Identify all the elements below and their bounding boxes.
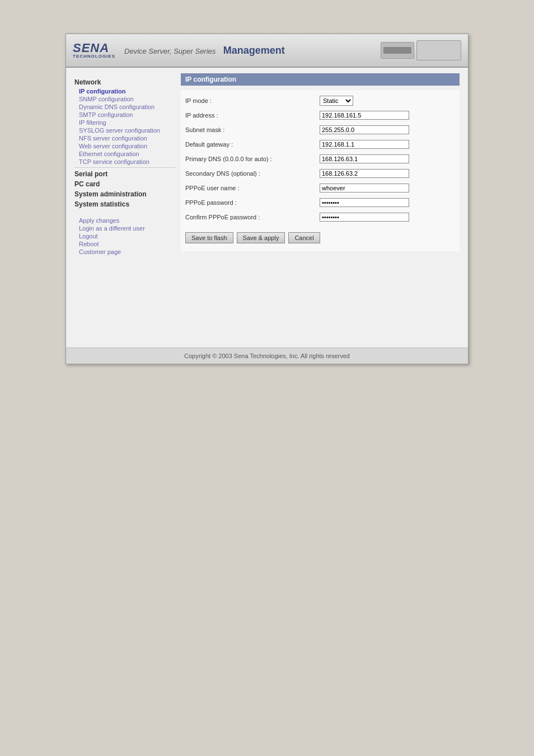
primary-dns-row: Primary DNS (0.0.0.0 for auto) :: [185, 153, 455, 165]
default-gateway-input[interactable]: [320, 140, 409, 149]
device-image-2: [416, 40, 461, 60]
pppoe-password-label: PPPoE password :: [185, 199, 320, 206]
secondary-dns-input[interactable]: [320, 169, 409, 178]
cancel-button[interactable]: Cancel: [288, 232, 320, 243]
header-left: SENA TECHNOLOGIES Device Server, Super S…: [73, 42, 285, 59]
device-images: [381, 40, 461, 60]
sidebar-item-eth-config[interactable]: Ethernet configuration: [74, 150, 175, 158]
default-gateway-label: Default gateway :: [185, 141, 320, 148]
subnet-mask-row: Subnet mask :: [185, 124, 455, 136]
primary-dns-label: Primary DNS (0.0.0.0 for auto) :: [185, 156, 320, 162]
device-image-1: [381, 42, 414, 59]
subnet-mask-label: Subnet mask :: [185, 126, 320, 133]
logout-link[interactable]: Logout: [74, 232, 175, 240]
apply-changes-link[interactable]: Apply changes: [74, 217, 175, 224]
secondary-dns-row: Secondary DNS (optional) :: [185, 167, 455, 180]
sidebar-item-snmp-config[interactable]: SNMP configuration: [74, 95, 175, 103]
sidebar-item-web-config[interactable]: Web server configuration: [74, 142, 175, 150]
logo-technologies: TECHNOLOGIES: [73, 54, 115, 59]
ip-address-input[interactable]: [320, 111, 409, 120]
login-different-link[interactable]: Login as a different user: [74, 224, 175, 232]
pppoe-username-label: PPPoE user name :: [185, 185, 320, 191]
header-titles: Device Server, Super Series Management: [124, 45, 285, 57]
sidebar-item-ip-config[interactable]: IP configuration: [74, 87, 175, 95]
sena-logo: SENA TECHNOLOGIES: [73, 42, 115, 59]
right-content: IP configuration IP mode : Static DHCP P…: [178, 73, 462, 342]
sidebar-item-syslog-config[interactable]: SYSLOG server configuration: [74, 126, 175, 134]
sidebar-item-tcp-config[interactable]: TCP service configuration: [74, 158, 175, 166]
sidebar-item-nfs-config[interactable]: NFS server configuration: [74, 134, 175, 142]
reboot-link[interactable]: Reboot: [74, 240, 175, 248]
network-section-title: Network: [74, 78, 175, 86]
header: SENA TECHNOLOGIES Device Server, Super S…: [66, 34, 468, 68]
save-apply-button[interactable]: Save & apply: [237, 232, 285, 243]
ip-mode-label: IP mode :: [185, 97, 320, 104]
save-to-flash-button[interactable]: Save to flash: [185, 232, 233, 243]
pppoe-password-row: PPPoE password :: [185, 196, 455, 209]
pc-card-title: PC card: [74, 180, 175, 188]
sidebar-item-ddns-config[interactable]: Dynamic DNS configuration: [74, 103, 175, 111]
sidebar-item-ip-filtering[interactable]: IP filtering: [74, 119, 175, 126]
button-row: Save to flash Save & apply Cancel: [185, 229, 455, 247]
management-title: Management: [223, 45, 285, 56]
subnet-mask-input[interactable]: [320, 125, 409, 134]
secondary-dns-label: Secondary DNS (optional) :: [185, 170, 320, 177]
pppoe-username-row: PPPoE user name :: [185, 182, 455, 194]
primary-dns-input[interactable]: [320, 154, 409, 163]
ip-mode-select[interactable]: Static DHCP PPPoE: [320, 96, 353, 106]
subtitle: Device Server, Super Series: [124, 47, 216, 55]
copyright-text: Copyright © 2003 Sena Technologies, Inc.…: [184, 353, 350, 359]
system-stats-title: System statistics: [74, 200, 175, 208]
serial-port-title: Serial port: [74, 170, 175, 178]
ip-mode-row: IP mode : Static DHCP PPPoE: [185, 95, 455, 107]
main-window: SENA TECHNOLOGIES Device Server, Super S…: [65, 34, 469, 364]
logo-sena: SENA: [73, 42, 115, 54]
customer-page-link[interactable]: Customer page: [74, 248, 175, 256]
ip-address-label: IP address :: [185, 112, 320, 119]
footer: Copyright © 2003 Sena Technologies, Inc.…: [66, 348, 468, 364]
system-admin-title: System administration: [74, 190, 175, 198]
pppoe-confirm-label: Confirm PPPoE password :: [185, 214, 320, 220]
sidebar: Network IP configuration SNMP configurat…: [72, 73, 178, 342]
section-header: IP configuration: [181, 73, 460, 86]
ip-address-row: IP address :: [185, 109, 455, 121]
pppoe-confirm-input[interactable]: [320, 213, 409, 222]
main-content: Network IP configuration SNMP configurat…: [66, 68, 468, 348]
default-gateway-row: Default gateway :: [185, 138, 455, 151]
pppoe-password-input[interactable]: [320, 198, 409, 207]
pppoe-confirm-row: Confirm PPPoE password :: [185, 211, 455, 223]
bottom-links: Apply changes Login as a different user …: [74, 217, 175, 256]
sidebar-item-smtp-config[interactable]: SMTP configuration: [74, 111, 175, 119]
pppoe-username-input[interactable]: [320, 184, 409, 192]
form-area: IP mode : Static DHCP PPPoE IP address :…: [181, 90, 460, 251]
